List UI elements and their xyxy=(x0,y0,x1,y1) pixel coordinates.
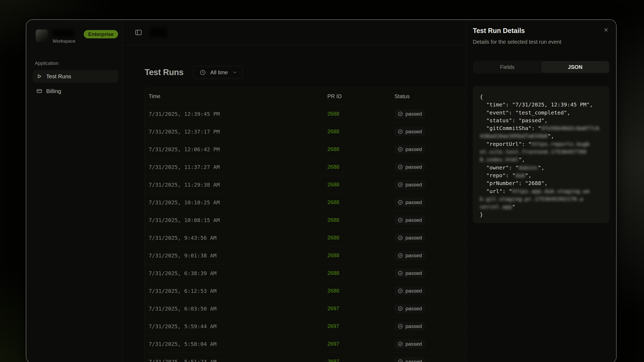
json-line: ot.site.test.frontend.17536457789 xyxy=(480,148,610,156)
status-badge: passed xyxy=(394,162,425,172)
run-pr-id-link[interactable]: 2697 xyxy=(327,359,339,362)
workspace-name-redacted xyxy=(53,30,74,37)
clock-icon xyxy=(200,69,206,76)
tab-json[interactable]: JSON xyxy=(542,62,609,72)
table-row[interactable]: 7/31/2025, 10:08:15 AM2688passed xyxy=(145,211,467,229)
run-pr-id-link[interactable]: 2688 xyxy=(327,111,339,117)
sidebar-item-billing[interactable]: Billing xyxy=(33,85,118,97)
json-line: "prNumber": "2688", xyxy=(480,179,610,187)
run-time: 7/31/2025, 12:37:17 PM xyxy=(145,128,327,135)
run-pr-id-link[interactable]: 2688 xyxy=(327,217,339,223)
run-pr-id-link[interactable]: 2688 xyxy=(327,199,339,205)
table-row[interactable]: 7/31/2025, 9:01:38 AM2688passed xyxy=(145,246,467,264)
run-pr-id-link[interactable]: 2688 xyxy=(327,128,339,134)
status-text: passed xyxy=(405,253,422,258)
status-badge: passed xyxy=(394,127,425,136)
table-row[interactable]: 7/31/2025, 11:37:27 AM2688passed xyxy=(145,158,467,176)
status-badge: passed xyxy=(394,269,425,278)
status-text: passed xyxy=(405,129,422,135)
panel-tabs: FieldsJSON xyxy=(473,61,610,73)
check-circle-icon xyxy=(398,129,403,134)
table-row[interactable]: 7/31/2025, 6:12:53 AM2688passed xyxy=(145,282,467,300)
status-badge: passed xyxy=(394,304,425,313)
json-line: "status": "passed", xyxy=(480,117,610,124)
sidebar-section-label: Application xyxy=(35,61,118,66)
check-circle-icon xyxy=(398,253,403,258)
table-row[interactable]: 7/31/2025, 6:38:39 AM2688passed xyxy=(145,264,467,282)
run-pr-id-link[interactable]: 2688 xyxy=(327,182,339,187)
check-circle-icon xyxy=(398,306,403,311)
run-pr-id-link[interactable]: 2688 xyxy=(327,270,339,276)
table-row[interactable]: 7/31/2025, 6:03:50 AM2697passed xyxy=(145,300,467,317)
table-body: 7/31/2025, 12:39:45 PM2688passed7/31/202… xyxy=(145,105,467,362)
status-text: passed xyxy=(405,323,422,329)
status-badge: passed xyxy=(394,109,425,119)
json-line: { xyxy=(480,93,610,101)
column-header-status: Status xyxy=(394,93,467,99)
status-text: passed xyxy=(405,182,422,188)
status-text: passed xyxy=(405,146,422,152)
table-row[interactable]: 7/31/2025, 12:39:45 PM2688passed xyxy=(145,105,467,123)
table-row[interactable]: 7/31/2025, 9:43:56 AM2688passed xyxy=(145,229,467,246)
table-header: TimePR IDStatus xyxy=(145,88,467,105)
run-time: 7/31/2025, 9:01:38 AM xyxy=(145,252,327,259)
run-pr-id-link[interactable]: 2688 xyxy=(327,252,339,258)
run-pr-id-link[interactable]: 2688 xyxy=(327,146,339,152)
check-circle-icon xyxy=(398,200,403,205)
time-filter-value: All time xyxy=(210,69,228,76)
credit-card-icon xyxy=(36,88,42,94)
run-pr-id-link[interactable]: 2697 xyxy=(327,323,339,329)
run-pr-id-link[interactable]: 2688 xyxy=(327,164,339,170)
run-pr-id-link[interactable]: 2688 xyxy=(327,288,339,294)
json-line: "event": "test_completed", xyxy=(480,109,610,117)
check-circle-icon xyxy=(398,359,403,362)
json-line: "repo": "dub", xyxy=(480,172,610,179)
sidebar: Workspace Enterprise Application Test Ru… xyxy=(26,20,123,362)
table-row[interactable]: 7/31/2025, 5:59:44 AM2697passed xyxy=(145,317,467,335)
workspace-avatar xyxy=(36,29,48,42)
json-line: "gitCommitSha": "97e56b48d2c8a0f7cb xyxy=(480,124,610,132)
table-row[interactable]: 7/31/2025, 10:10:25 AM2688passed xyxy=(145,193,467,211)
run-pr-id-link[interactable]: 2697 xyxy=(327,305,339,311)
check-circle-icon xyxy=(398,341,403,347)
sidebar-item-label: Test Runs xyxy=(46,73,71,80)
time-filter-dropdown[interactable]: All time xyxy=(193,66,243,79)
chevron-down-icon xyxy=(232,70,237,75)
table-row[interactable]: 7/31/2025, 5:51:23 AM2697passed xyxy=(145,353,467,362)
enterprise-badge: Enterprise xyxy=(84,30,118,38)
panel-subtitle: Details for the selected test run event xyxy=(473,39,610,45)
run-pr-id-link[interactable]: 2697 xyxy=(327,341,339,347)
table-row[interactable]: 7/31/2025, 11:29:38 AM2688passed xyxy=(145,176,467,193)
redacted-text: 438ad10ae395bd7a634b8 xyxy=(480,133,548,139)
table-row[interactable]: 7/31/2025, 12:06:42 PM2688passed xyxy=(145,140,467,158)
status-text: passed xyxy=(405,288,422,294)
table-row[interactable]: 7/31/2025, 5:58:04 AM2697passed xyxy=(145,335,467,353)
json-line: "reportUrl": "https.reports.bugb xyxy=(480,140,610,148)
sidebar-toggle-button[interactable] xyxy=(134,28,142,36)
status-badge: passed xyxy=(394,322,425,331)
json-line: 438ad10ae395bd7a634b8", xyxy=(480,132,610,140)
json-line: "time": "7/31/2025, 12:39:45 PM", xyxy=(480,101,610,109)
table-row[interactable]: 7/31/2025, 12:37:17 PM2688passed xyxy=(145,123,467,140)
tab-fields[interactable]: Fields xyxy=(474,62,541,72)
close-panel-button[interactable] xyxy=(602,26,610,34)
run-pr-id-link[interactable]: 2688 xyxy=(327,235,339,241)
json-viewer: { "time": "7/31/2025, 12:39:45 PM", "eve… xyxy=(473,86,610,223)
status-badge: passed xyxy=(394,198,425,207)
check-circle-icon xyxy=(398,271,403,276)
app-window: Workspace Enterprise Application Test Ru… xyxy=(26,19,617,362)
status-text: passed xyxy=(405,235,422,241)
page-title: Test Runs xyxy=(145,68,184,77)
status-badge: passed xyxy=(394,216,425,225)
run-time: 7/31/2025, 6:12:53 AM xyxy=(145,288,327,294)
status-text: passed xyxy=(405,306,422,312)
run-time: 7/31/2025, 6:38:39 AM xyxy=(145,270,327,276)
status-text: passed xyxy=(405,164,422,170)
sidebar-item-test-runs[interactable]: Test Runs xyxy=(33,70,118,83)
workspace-label: Workspace xyxy=(53,39,79,44)
workspace-switcher[interactable]: Workspace Enterprise xyxy=(33,29,118,44)
run-time: 7/31/2025, 10:10:25 AM xyxy=(145,199,327,206)
redacted-text: ot.site.test.frontend.17536457789 xyxy=(480,149,586,155)
json-line: 8.index.html", xyxy=(480,156,610,164)
play-icon xyxy=(36,73,42,79)
